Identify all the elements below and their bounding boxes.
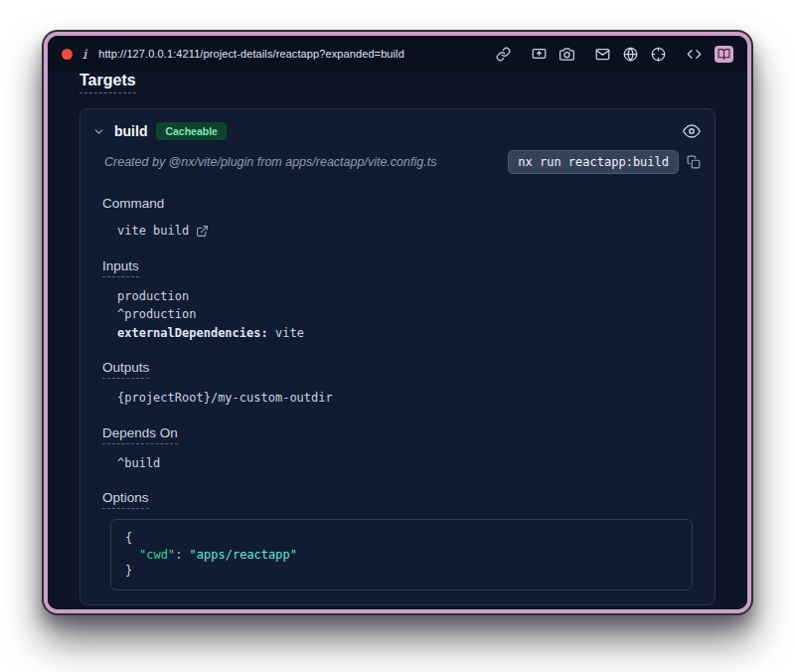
info-icon: i bbox=[82, 47, 86, 62]
globe-icon[interactable] bbox=[623, 47, 638, 62]
build-target-card: build Cacheable Created by @nx/vite/plug… bbox=[80, 108, 716, 605]
options-heading: Options bbox=[102, 490, 149, 509]
outputs-section: Outputs {projectRoot}/my-custom-outdir bbox=[102, 358, 695, 408]
command-value: vite build bbox=[117, 222, 189, 241]
code-line: } bbox=[125, 563, 678, 580]
created-by-text: Created by @nx/vite/plugin from apps/rea… bbox=[104, 155, 436, 169]
external-link-icon[interactable] bbox=[196, 225, 209, 238]
command-value-row: vite build bbox=[117, 222, 695, 241]
targets-section-title: Targets bbox=[80, 72, 136, 93]
window-inner: i http://127.0.0.1:4211/project-details/… bbox=[48, 36, 747, 609]
command-heading: Command bbox=[102, 196, 164, 211]
link-icon[interactable] bbox=[496, 47, 511, 62]
screen-share-icon[interactable] bbox=[532, 47, 547, 62]
external-deps-key: externalDependencies: bbox=[117, 326, 268, 340]
input-item-external-deps: externalDependencies: vite bbox=[117, 324, 695, 343]
close-button[interactable] bbox=[62, 49, 73, 60]
chevron-down-icon[interactable] bbox=[92, 125, 105, 138]
command-section: Command vite build bbox=[102, 194, 695, 241]
depends-on-heading: Depends On bbox=[102, 425, 178, 444]
code-line: "cwd": "apps/reactapp" bbox=[125, 547, 678, 564]
code-separator: : bbox=[175, 548, 189, 562]
inputs-section: Inputs production ^production externalDe… bbox=[102, 256, 695, 343]
code-line: { bbox=[125, 530, 678, 547]
eye-icon[interactable] bbox=[683, 122, 701, 140]
build-card-header: build Cacheable bbox=[80, 109, 715, 140]
desktop: i http://127.0.0.1:4211/project-details/… bbox=[0, 0, 795, 672]
run-command-chip[interactable]: nx run reactapp:build bbox=[508, 150, 679, 174]
options-section: Options { "cwd": "apps/reactapp" } bbox=[102, 488, 695, 590]
input-item: production bbox=[117, 287, 695, 306]
cacheable-badge: Cacheable bbox=[156, 122, 227, 140]
code-value: "apps/reactapp" bbox=[190, 548, 297, 562]
book-icon[interactable] bbox=[715, 46, 733, 63]
titlebar-icons bbox=[496, 46, 733, 63]
inputs-heading: Inputs bbox=[102, 258, 139, 277]
inputs-list: production ^production externalDependenc… bbox=[117, 287, 695, 343]
page-content: Targets build Cacheable Creat bbox=[48, 72, 747, 609]
run-command-group: nx run reactapp:build bbox=[508, 150, 701, 174]
external-deps-value: vite bbox=[275, 326, 304, 340]
browser-window: i http://127.0.0.1:4211/project-details/… bbox=[42, 30, 753, 615]
options-code-block: { "cwd": "apps/reactapp" } bbox=[110, 519, 693, 590]
code-icon[interactable] bbox=[687, 47, 702, 62]
code-key: "cwd" bbox=[139, 548, 175, 562]
camera-icon[interactable] bbox=[559, 47, 574, 62]
mail-icon[interactable] bbox=[595, 47, 610, 62]
build-card-body: Command vite build Inputs pro bbox=[80, 174, 715, 604]
copy-icon[interactable] bbox=[687, 155, 701, 169]
output-item: {projectRoot}/my-custom-outdir bbox=[117, 389, 695, 408]
titlebar: i http://127.0.0.1:4211/project-details/… bbox=[48, 36, 747, 72]
outputs-heading: Outputs bbox=[102, 360, 149, 379]
depends-on-section: Depends On ^build bbox=[102, 423, 695, 473]
outputs-list: {projectRoot}/my-custom-outdir bbox=[117, 389, 695, 408]
created-by-row: Created by @nx/vite/plugin from apps/rea… bbox=[80, 140, 715, 174]
input-item: ^production bbox=[117, 305, 695, 324]
target-name: build bbox=[114, 123, 147, 139]
depends-on-list: ^build bbox=[117, 454, 695, 473]
depends-on-item: ^build bbox=[117, 454, 695, 473]
url-text[interactable]: http://127.0.0.1:4211/project-details/re… bbox=[98, 48, 404, 60]
crosshair-icon[interactable] bbox=[651, 47, 666, 62]
